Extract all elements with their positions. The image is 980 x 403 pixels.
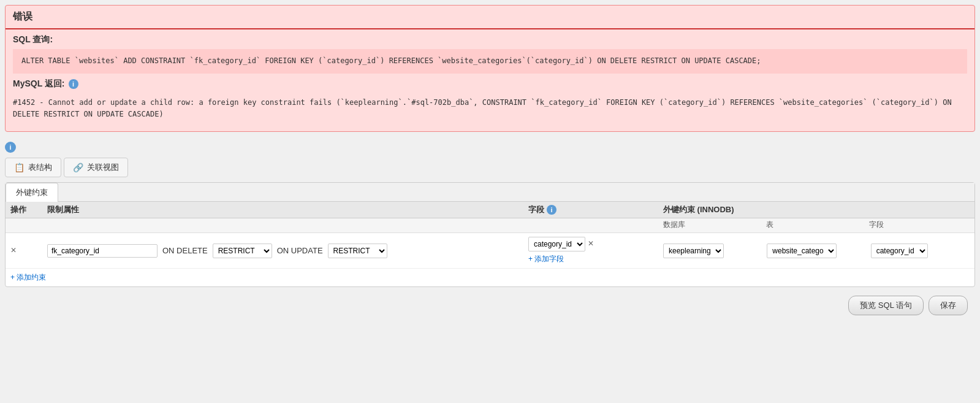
innodb-field-select[interactable]: category_id [871,244,928,258]
fk-table-subheader: 数据库 表 字段 [6,218,974,233]
innodb-table-cell: website_catego [767,244,865,258]
bottom-toolbar: 预览 SQL 语句 保存 [5,290,975,321]
innodb-table-select[interactable]: website_catego [767,244,837,258]
add-constraint-link[interactable]: + 添加约束 [10,273,46,282]
mysql-return-box: #1452 - Cannot add or update a child row… [13,93,967,126]
field-info-icon[interactable]: i [547,205,556,215]
col-field-header: 字段 i [528,204,663,215]
mysql-info-icon[interactable]: i [69,79,78,89]
toolbar-area: i [0,137,980,155]
error-sql-section: SQL 查询: ALTER TABLE `websites` ADD CONST… [6,29,974,131]
col-operation-header: 操作 [10,204,47,215]
field-select[interactable]: category_id [528,237,585,251]
error-panel: 错误 SQL 查询: ALTER TABLE `websites` ADD CO… [5,5,975,132]
subheader-table: 表 [766,220,867,230]
relational-tab-label: 关联视图 [87,162,119,173]
subheader-op [10,220,47,230]
col-field-label: 字段 [528,204,544,215]
on-delete-label: ON DELETE [162,246,208,255]
subheader-innodb: 数据库 表 字段 [663,220,970,230]
preview-sql-button[interactable]: 预览 SQL 语句 [848,296,924,315]
innodb-db-cell: keeplearning [663,244,762,258]
sql-query-text: ALTER TABLE `websites` ADD CONSTRAINT `f… [21,56,761,65]
add-field-link[interactable]: + 添加字段 [528,254,663,264]
sql-query-box: ALTER TABLE `websites` ADD CONSTRAINT `f… [13,49,967,74]
subheader-field [528,220,663,230]
structure-tab-button[interactable]: 📋 表结构 [5,158,61,177]
innodb-field-cell: category_id [871,244,970,258]
constraint-cell: ON DELETE RESTRICT CASCADE SET NULL NO A… [47,244,528,258]
innodb-col: keeplearning website_catego category_id [663,244,970,258]
on-delete-select[interactable]: RESTRICT CASCADE SET NULL NO ACTION [213,244,272,258]
on-update-label: ON UPDATE [277,246,323,255]
foreign-key-section: 外键约束 操作 限制属性 字段 i 外键约束 (INNODB) 数据库 表 字段… [5,182,975,287]
fk-table-header: 操作 限制属性 字段 i 外键约束 (INNODB) [6,202,974,218]
mysql-label-text: MySQL 返回: [13,79,65,90]
fk-row: ✕ ON DELETE RESTRICT CASCADE SET NULL NO… [6,233,974,269]
delete-row-icon[interactable]: ✕ [10,246,20,256]
field-column: category_id ✕ + 添加字段 [528,237,663,264]
structure-tab-label: 表结构 [28,162,52,173]
relational-tab-icon: 🔗 [73,163,83,172]
subheader-constraint [47,220,528,230]
col-constraint-header: 限制属性 [47,204,528,215]
error-title: 错误 [6,6,974,29]
field-select-row: category_id ✕ [528,237,663,251]
innodb-db-select[interactable]: keeplearning [663,244,724,258]
remove-field-icon[interactable]: ✕ [588,239,598,249]
sql-label: SQL 查询: [13,34,967,45]
relational-tab-button[interactable]: 🔗 关联视图 [64,158,128,177]
mysql-label: MySQL 返回: i [13,79,967,90]
structure-tab-icon: 📋 [14,163,25,172]
fk-tab-header: 外键约束 [6,183,974,202]
on-update-select[interactable]: RESTRICT CASCADE SET NULL NO ACTION [328,244,387,258]
col-innodb-header: 外键约束 (INNODB) [663,204,970,215]
constraint-name-input[interactable] [47,244,158,258]
subheader-database: 数据库 [663,220,764,230]
save-button[interactable]: 保存 [929,296,968,315]
tab-buttons: 📋 表结构 🔗 关联视图 [0,155,980,180]
toolbar-info-icon[interactable]: i [5,142,16,153]
subheader-field-col: 字段 [869,220,970,230]
fk-row-ops: ✕ [10,246,47,256]
fk-tab-label[interactable]: 外键约束 [6,183,58,202]
add-constraint-row[interactable]: + 添加约束 [6,269,974,286]
